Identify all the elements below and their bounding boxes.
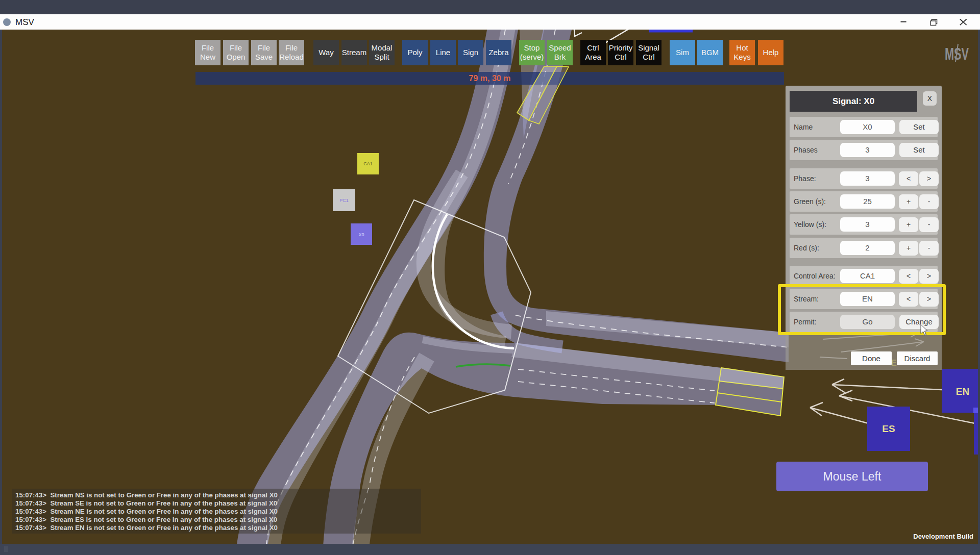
svg-text:MSV: MSV (15, 17, 35, 27)
svg-text:EN: EN (956, 386, 969, 397)
svg-text:ES: ES (882, 423, 895, 434)
svg-text:X0: X0 (358, 232, 364, 237)
svg-text:PC1: PC1 (339, 198, 349, 203)
svg-text:CA1: CA1 (363, 161, 373, 166)
